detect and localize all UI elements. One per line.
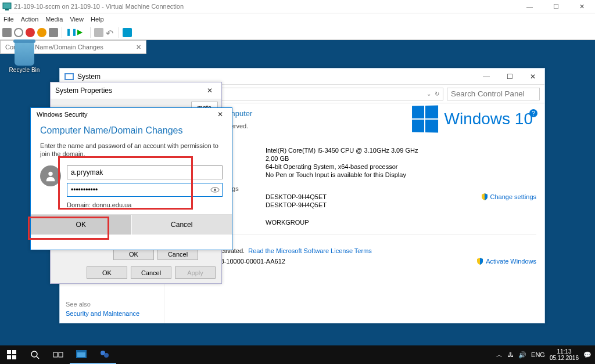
- domain-label: Domain: donnu.edu.ua: [67, 201, 223, 208]
- breadcrumb-dropdown-icon[interactable]: ⌄: [426, 91, 431, 97]
- sec-title: Windows Security: [37, 111, 87, 118]
- sysprops-ok-button[interactable]: OK: [87, 266, 127, 279]
- windows-logo-text: Windows 10: [444, 110, 533, 128]
- security-maintenance-link[interactable]: Security and Maintenance: [66, 310, 159, 317]
- sysprops-close-button[interactable]: ✕: [198, 82, 221, 99]
- full-computer-name: DESKTOP-9H4Q5ET: [266, 201, 327, 208]
- vm-min-button[interactable]: —: [517, 0, 543, 13]
- sysprops-cancel-button[interactable]: Cancel: [131, 266, 171, 279]
- sec-description: Enter the name and password of an accoun…: [40, 142, 223, 158]
- toolbar-checkpoint-icon[interactable]: [94, 28, 103, 37]
- svg-point-4: [48, 171, 52, 175]
- recycle-bin[interactable]: Recycle Bin: [7, 42, 42, 73]
- tray-network-icon[interactable]: 🖧: [507, 351, 514, 358]
- recycle-bin-label: Recycle Bin: [7, 67, 42, 73]
- svg-rect-13: [53, 352, 58, 357]
- svg-rect-7: [7, 350, 11, 354]
- vm-close-button[interactable]: ✕: [569, 0, 595, 13]
- menu-media[interactable]: Media: [45, 16, 63, 23]
- tray-chevron-icon[interactable]: ︿: [496, 351, 503, 359]
- svg-rect-9: [7, 355, 11, 359]
- activate-windows-link[interactable]: Activate Windows: [476, 258, 536, 265]
- menu-action[interactable]: Action: [21, 16, 39, 23]
- svg-point-6: [214, 189, 216, 191]
- vm-titlebar: 21-109-10-sccm on 21-109-10 - Virtual Ma…: [0, 0, 595, 13]
- toolbar-pause-icon[interactable]: ❚❚: [66, 28, 75, 37]
- toolbar-enhanced-icon[interactable]: [123, 28, 132, 37]
- svg-rect-10: [12, 355, 16, 359]
- toolbar-ctrlaltdel-icon[interactable]: [2, 28, 12, 37]
- svg-rect-8: [12, 350, 16, 354]
- workgroup: WORKGROUP: [266, 219, 309, 226]
- toolbar-reset-icon[interactable]: ▶: [77, 28, 87, 37]
- tray-language[interactable]: ENG: [531, 351, 545, 358]
- vm-title: 21-109-10-sccm on 21-109-10 - Virtual Ma…: [14, 3, 184, 10]
- password-input[interactable]: [67, 183, 223, 197]
- svg-rect-1: [5, 9, 9, 10]
- system-min-button[interactable]: —: [475, 69, 498, 85]
- tray-clock[interactable]: 11:13 05.12.2016: [550, 348, 579, 361]
- vm-icon: [2, 2, 12, 11]
- tray-notifications-icon[interactable]: 💬: [583, 351, 592, 359]
- toolbar-turnoff-icon[interactable]: [26, 28, 35, 37]
- cndc-close-button[interactable]: ✕: [136, 44, 141, 51]
- start-button[interactable]: [0, 345, 23, 364]
- sec-ok-button[interactable]: OK: [31, 215, 131, 235]
- sec-cancel-button[interactable]: Cancel: [131, 215, 232, 235]
- user-avatar-icon: [40, 165, 61, 186]
- system-max-button[interactable]: ☐: [498, 69, 521, 85]
- sec-heading: Computer Name/Domain Changes: [40, 125, 223, 136]
- computer-name: DESKTOP-9H4Q5ET: [266, 193, 327, 200]
- sec-close-button[interactable]: ✕: [209, 106, 232, 122]
- spec-cpu: Intel(R) Core(TM) i5-3450 CPU @ 3.10GHz …: [266, 147, 418, 154]
- vm-toolbar: ❚❚ ▶ ↶: [0, 25, 595, 40]
- taskbar: ︿ 🖧 🔊 ENG 11:13 05.12.2016 💬: [0, 345, 595, 364]
- taskbar-app-explorer[interactable]: [70, 345, 93, 364]
- tray-volume-icon[interactable]: 🔊: [518, 351, 526, 359]
- svg-rect-3: [66, 74, 73, 79]
- search-icon[interactable]: [23, 345, 46, 364]
- menu-help[interactable]: Help: [91, 16, 104, 23]
- svg-rect-14: [59, 352, 63, 357]
- toolbar-start-icon[interactable]: [14, 28, 23, 37]
- sysprops-apply-button[interactable]: Apply: [175, 266, 216, 279]
- guest-desktop: Recycle Bin System — ☐ ✕ ← → ↑ System ⌄ …: [0, 40, 595, 364]
- reveal-password-icon[interactable]: [210, 185, 220, 194]
- vm-max-button[interactable]: ☐: [543, 0, 569, 13]
- license-terms-link[interactable]: Read the Microsoft Software License Term…: [248, 247, 372, 254]
- spec-ram: 2,00 GB: [266, 155, 289, 162]
- svg-rect-16: [77, 352, 85, 357]
- windows-logo: Windows 10: [411, 106, 533, 132]
- taskbar-app-dialog[interactable]: [93, 345, 116, 364]
- system-window-title: System: [77, 73, 101, 81]
- toolbar-save-icon[interactable]: [49, 28, 58, 37]
- system-close-button[interactable]: ✕: [521, 69, 544, 85]
- taskview-icon[interactable]: [46, 345, 70, 364]
- menu-file[interactable]: File: [3, 16, 14, 23]
- toolbar-revert-icon[interactable]: ↶: [106, 28, 115, 37]
- refresh-icon[interactable]: ↻: [435, 91, 439, 97]
- sysprops-title: System Properties: [55, 87, 112, 95]
- svg-rect-0: [3, 3, 11, 9]
- system-window-icon: [64, 72, 74, 81]
- username-input[interactable]: [67, 165, 223, 179]
- svg-point-18: [104, 353, 109, 358]
- svg-point-11: [31, 351, 37, 357]
- see-also-label: See also: [66, 301, 159, 308]
- search-input[interactable]: [447, 88, 540, 100]
- spec-os: 64-bit Operating System, x64-based proce…: [266, 163, 397, 170]
- change-settings-link[interactable]: Change settings: [481, 193, 537, 200]
- spec-touch: No Pen or Touch Input is available for t…: [266, 171, 406, 178]
- windows-security-dialog: Windows Security ✕ Computer Name/Domain …: [30, 107, 232, 250]
- toolbar-shutdown-icon[interactable]: [37, 28, 46, 37]
- svg-line-12: [37, 356, 39, 359]
- recycle-bin-icon: [15, 42, 34, 66]
- menu-view[interactable]: View: [70, 16, 84, 23]
- vm-menubar: File Action Media View Help: [0, 13, 595, 25]
